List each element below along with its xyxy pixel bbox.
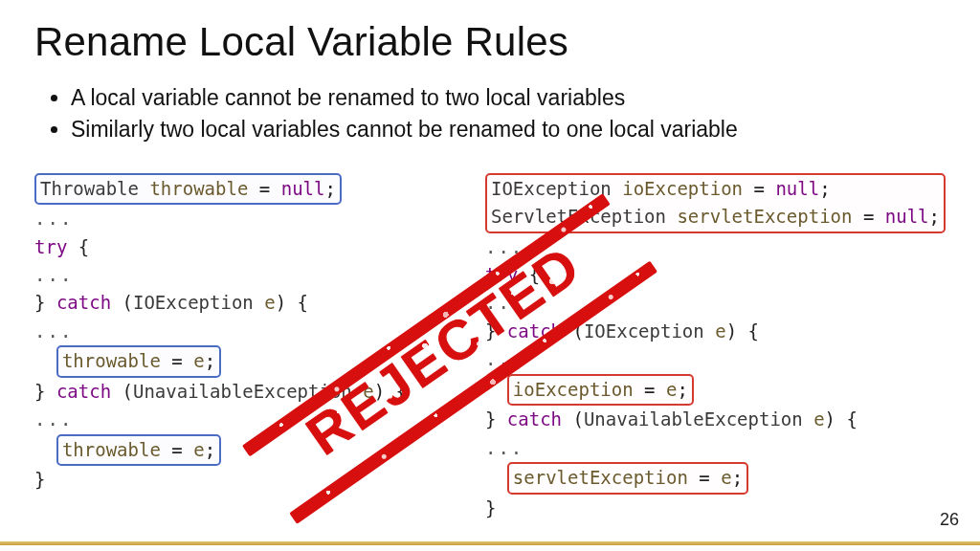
code-line: } [485,495,946,522]
code-line: } catch (IOException e) { [485,318,946,345]
type-token: IOException [584,320,704,342]
var-token: e [715,320,725,342]
type-token: UnavailableException [133,381,352,402]
code-line: ioException = e; [485,374,946,406]
ellipsis: ... [485,345,946,373]
var-token: ioException [513,379,634,400]
type-token: IOException [133,292,254,313]
ellipsis: ... [485,233,946,261]
code-line: } catch (UnavailableException e) { [34,378,458,406]
var-token: throwable [62,439,161,460]
ellipsis: ... [485,434,946,462]
code-right: IOException ioException = null;ServletEx… [485,173,946,522]
ellipsis: ... [34,406,458,433]
bullet-list: A local variable cannot be renamed to tw… [71,82,946,146]
ellipsis: ... [34,261,458,289]
ellipsis: ... [34,205,458,232]
var-token: e [193,439,204,460]
page-number: 26 [940,510,959,530]
type-token: Throwable [40,178,139,199]
var-token: e [721,467,731,488]
code-line: } catch (IOException e) { [34,289,458,317]
var-token: e [813,408,824,430]
code-left: Throwable throwable = null; ... try { ..… [34,173,458,522]
code-line: throwable = e; [34,345,458,377]
keyword-token: catch [507,320,562,342]
keyword-token: catch [56,381,111,402]
highlight-red: servletException = e; [507,462,748,494]
bullet-item: A local variable cannot be renamed to tw… [71,82,946,114]
code-line: } [34,466,458,494]
type-token: IOException [491,178,612,199]
var-token: e [264,292,275,313]
code-line: throwable = e; [34,434,458,466]
var-token: servletException [513,467,688,488]
code-columns: Throwable throwable = null; ... try { ..… [34,173,946,522]
highlight-red: IOException ioException = null;ServletEx… [485,173,946,233]
null-token: null [281,178,325,199]
highlight-blue: throwable = e; [56,345,221,377]
highlight-blue: throwable = e; [56,434,221,466]
null-token: null [885,206,929,227]
code-line: Throwable throwable = null; [34,173,458,205]
bullet-item: Similarly two local variables cannot be … [71,114,946,145]
var-token: e [193,350,204,371]
highlight-red: ioException = e; [507,374,694,406]
keyword-token: catch [56,292,111,313]
type-token: UnavailableException [584,408,803,430]
code-line: try { [34,233,458,261]
null-token: null [775,178,819,199]
var-token: throwable [149,178,248,199]
code-line: IOException ioException = null;ServletEx… [485,173,946,233]
var-token: servletException [677,206,852,227]
highlight-blue: Throwable throwable = null; [34,173,342,205]
var-token: ioException [622,178,743,199]
var-token: e [666,379,677,400]
ellipsis: ... [485,289,946,317]
keyword-token: try [485,264,518,285]
code-line: servletException = e; [485,462,946,494]
slide: Rename Local Variable Rules A local vari… [0,0,980,551]
var-token: e [363,381,373,402]
footer-bar [0,541,980,545]
code-line: } catch (UnavailableException e) { [485,406,946,433]
keyword-token: catch [507,408,562,430]
keyword-token: try [34,236,67,257]
ellipsis: ... [34,318,458,345]
slide-title: Rename Local Variable Rules [34,19,946,65]
code-line: try { [485,261,946,289]
type-token: ServletException [491,206,666,227]
var-token: throwable [62,350,161,371]
